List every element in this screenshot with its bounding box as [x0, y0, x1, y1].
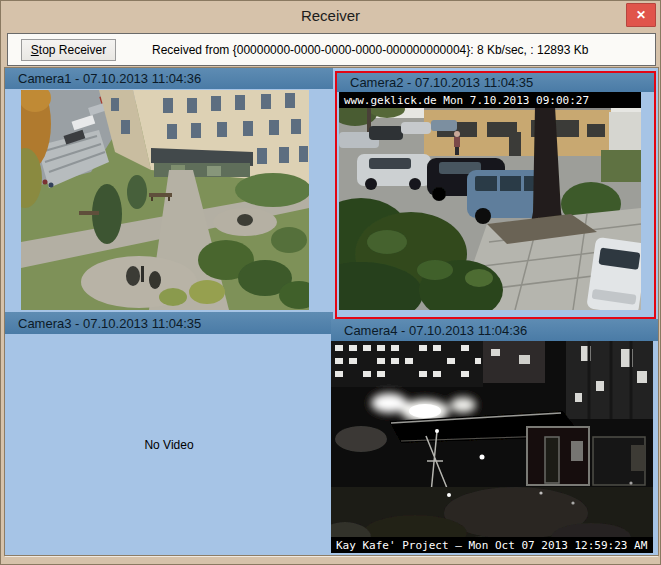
camera2-scene	[339, 92, 641, 310]
title-bar[interactable]: Receiver ✕	[1, 1, 660, 31]
receive-status-text: Received from {00000000-0000-0000-0000-0…	[152, 43, 588, 57]
camera2-osd-text: www.geklick.de Mon 7.10.2013 09:00:27	[339, 92, 641, 108]
camera4-video-frame: Kay Kafe' Project – Mon Oct 07 2013 12:5…	[331, 341, 653, 553]
no-video-label: No Video	[144, 438, 193, 452]
camera4-osd-text: Kay Kafe' Project – Mon Oct 07 2013 12:5…	[331, 537, 653, 553]
camera-grid: Camera1 - 07.10.2013 11:04:36	[5, 68, 658, 555]
stop-receiver-button[interactable]: Stop Receiver	[21, 39, 116, 61]
camera4-panel[interactable]: Camera4 - 07.10.2013 11:04:36	[331, 319, 658, 553]
receiver-window: Receiver ✕ Stop Receiver Received from {…	[0, 0, 661, 565]
camera4-scene	[331, 341, 653, 553]
camera1-scene	[21, 90, 309, 310]
camera1-panel[interactable]: Camera1 - 07.10.2013 11:04:36	[5, 68, 333, 310]
close-icon: ✕	[636, 8, 646, 22]
camera3-video-frame: No Video	[5, 334, 333, 555]
camera2-header: Camera2 - 07.10.2013 11:04:35	[337, 73, 654, 92]
window-title: Receiver	[1, 1, 660, 31]
camera3-header: Camera3 - 07.10.2013 11:04:35	[5, 312, 333, 334]
camera2-panel[interactable]: Camera2 - 07.10.2013 11:04:35	[335, 71, 656, 319]
toolbar: Stop Receiver Received from {00000000-00…	[7, 33, 656, 66]
camera1-video-frame	[21, 90, 309, 310]
camera2-video-frame: www.geklick.de Mon 7.10.2013 09:00:27	[339, 92, 641, 310]
close-button[interactable]: ✕	[626, 3, 656, 27]
camera4-header: Camera4 - 07.10.2013 11:04:36	[331, 319, 658, 341]
camera3-panel[interactable]: Camera3 - 07.10.2013 11:04:35 No Video	[5, 312, 333, 555]
camera1-header: Camera1 - 07.10.2013 11:04:36	[5, 68, 333, 89]
